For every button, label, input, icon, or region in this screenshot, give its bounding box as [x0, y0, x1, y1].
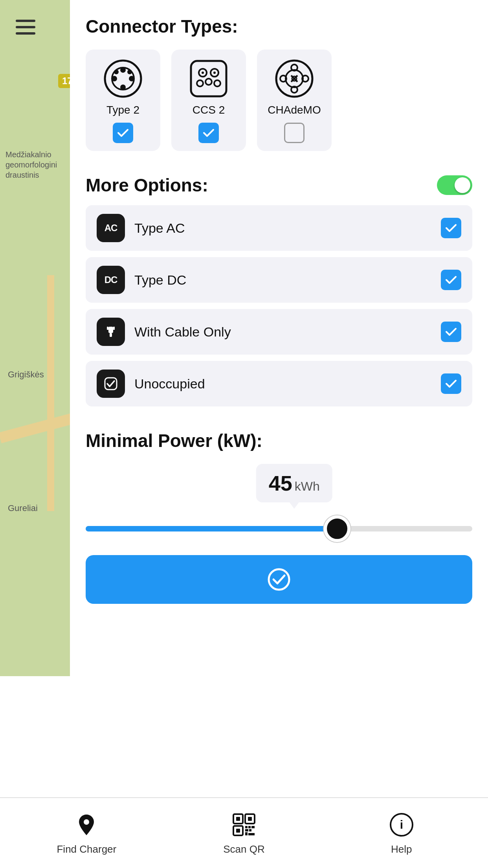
hamburger-menu[interactable] — [16, 16, 35, 39]
unoccupied-label: Unoccupied — [134, 376, 431, 392]
more-options-header: More Options: — [86, 175, 472, 196]
power-title: Minimal Power (kW): — [86, 430, 472, 451]
cable-icon-badge — [97, 318, 125, 346]
unoccupied-icon-badge — [97, 370, 125, 398]
connector-type2[interactable]: Type 2 — [86, 50, 160, 151]
svg-point-0 — [105, 61, 141, 97]
more-options-toggle[interactable] — [437, 175, 472, 195]
ac-icon-text: AC — [105, 223, 117, 234]
svg-point-6 — [114, 70, 119, 74]
nav-find-charger[interactable]: Find Charger — [8, 811, 165, 855]
svg-rect-39 — [245, 826, 248, 828]
option-cable-only[interactable]: With Cable Only — [86, 309, 472, 355]
svg-rect-41 — [251, 826, 255, 828]
svg-point-30 — [269, 569, 289, 590]
svg-point-13 — [214, 80, 220, 86]
svg-rect-40 — [248, 826, 251, 828]
connector-types-row: Type 2 CCS 2 — [86, 50, 472, 151]
svg-point-14 — [202, 72, 204, 74]
connector-types-title: Connector Types: — [86, 16, 472, 37]
svg-point-3 — [120, 85, 126, 90]
svg-point-5 — [129, 76, 134, 81]
svg-rect-38 — [236, 829, 240, 833]
svg-rect-26 — [110, 333, 112, 337]
svg-point-2 — [120, 67, 126, 73]
ccs2-label: CCS 2 — [193, 104, 225, 116]
ccs2-checkbox[interactable] — [198, 123, 219, 143]
svg-rect-28 — [113, 327, 115, 330]
svg-point-11 — [205, 79, 212, 85]
option-unoccupied[interactable]: Unoccupied — [86, 361, 472, 406]
nav-help[interactable]: i Help — [323, 811, 480, 855]
unoccupied-checkbox[interactable] — [441, 373, 461, 394]
dc-icon-badge: DC — [97, 266, 125, 294]
svg-rect-34 — [236, 817, 240, 821]
cable-label: With Cable Only — [134, 324, 431, 340]
svg-rect-42 — [245, 829, 248, 831]
apply-button-container — [86, 555, 472, 604]
map-label-1: Medžiakalniogeomorfologinidraustinis — [6, 149, 57, 180]
chademo-icon — [275, 59, 314, 98]
svg-point-7 — [127, 70, 132, 74]
option-type-dc[interactable]: DC Type DC — [86, 257, 472, 303]
nav-scan-qr[interactable]: Scan QR — [165, 811, 323, 855]
svg-point-4 — [112, 76, 117, 81]
cable-checkbox[interactable] — [441, 322, 461, 342]
power-slider-section: 45 kWh — [86, 464, 472, 531]
svg-text:i: i — [400, 818, 403, 831]
help-label: Help — [391, 843, 412, 855]
svg-point-12 — [197, 80, 203, 86]
type2-checkbox[interactable] — [113, 123, 133, 143]
plug-icon — [103, 324, 119, 340]
connector-ccs2[interactable]: CCS 2 — [171, 50, 246, 151]
svg-rect-43 — [249, 829, 251, 831]
help-icon: i — [388, 811, 415, 839]
toggle-knob — [455, 177, 470, 193]
svg-point-31 — [84, 819, 89, 825]
option-type-ac[interactable]: AC Type AC — [86, 205, 472, 251]
type2-icon — [103, 59, 143, 98]
ccs2-icon — [189, 59, 228, 98]
filter-panel: Connector Types: Type 2 — [70, 0, 488, 797]
svg-rect-32 — [84, 829, 89, 832]
option-list: AC Type AC DC Type DC — [86, 205, 472, 406]
svg-point-15 — [213, 72, 216, 74]
find-charger-label: Find Charger — [57, 843, 116, 855]
chademo-label: CHAdeMO — [268, 104, 321, 116]
svg-rect-44 — [245, 832, 248, 835]
svg-rect-25 — [108, 327, 113, 333]
find-charger-icon — [73, 811, 100, 839]
power-slider-container — [86, 526, 472, 531]
power-bubble: 45 kWh — [256, 464, 332, 502]
svg-rect-36 — [248, 817, 252, 821]
apply-icon — [267, 568, 291, 591]
ac-label: Type AC — [134, 221, 431, 236]
connector-chademo[interactable]: CHAdeMO — [257, 50, 332, 151]
map-label-3: Gureliai — [8, 503, 38, 513]
power-value: 45 — [269, 471, 292, 495]
scan-qr-label: Scan QR — [223, 843, 265, 855]
svg-rect-45 — [248, 833, 255, 835]
apply-button[interactable] — [86, 555, 472, 604]
ac-checkbox[interactable] — [441, 218, 461, 238]
scan-qr-icon — [230, 811, 258, 839]
bottom-navigation: Find Charger Scan QR — [0, 797, 488, 868]
dc-checkbox[interactable] — [441, 270, 461, 290]
map-road-vertical — [47, 275, 54, 511]
dc-label: Type DC — [134, 272, 431, 288]
dc-icon-text: DC — [105, 274, 117, 285]
map-label-2: Grigiškės — [8, 370, 44, 380]
ac-icon-badge: AC — [97, 214, 125, 242]
more-options-title: More Options: — [86, 175, 208, 196]
svg-rect-27 — [107, 327, 108, 330]
chademo-checkbox[interactable] — [284, 123, 305, 143]
check-badge-icon — [103, 375, 119, 392]
type2-label: Type 2 — [106, 104, 139, 116]
power-unit: kWh — [295, 479, 320, 494]
